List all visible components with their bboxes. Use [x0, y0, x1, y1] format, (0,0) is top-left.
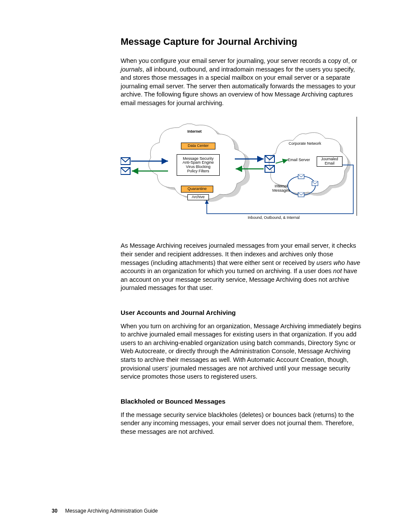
content-column: Message Capture for Journal Archiving Wh… — [121, 36, 362, 436]
page: Message Capture for Journal Archiving Wh… — [0, 0, 411, 532]
paragraph-archiving-check: As Message Archiving receives journaled … — [121, 242, 362, 292]
figure-journal-archiving: Internet Data Center Message Security An… — [121, 117, 362, 224]
text: in an organization for which you turned … — [146, 268, 333, 274]
box-message-security: Message Security Anti-Spam Engine Virus … — [177, 154, 220, 176]
label-internet: Internet — [187, 130, 202, 134]
box-archive: Archive — [187, 194, 209, 200]
label-corporate-network: Corporate Network — [289, 142, 321, 146]
page-number: 30 — [52, 508, 57, 514]
text: When you configure your email server for… — [121, 57, 357, 64]
heading-blackholed: Blackholed or Bounced Messages — [121, 398, 362, 405]
box-journaled-email: Journaled Email — [317, 156, 342, 167]
label-email-server: Email Server — [288, 158, 310, 162]
footer-title: Message Archiving Administration Guide — [65, 508, 158, 514]
text: , all inbound, outbound, and intradomain… — [121, 66, 355, 106]
text-italic: not — [333, 268, 342, 274]
paragraph-intro: When you configure your email server for… — [121, 57, 362, 107]
paragraph-blackholed: If the message security service blackhol… — [121, 411, 362, 436]
paragraph-user-accounts: When you turn on archiving for an organi… — [121, 322, 362, 381]
heading-main: Message Capture for Journal Archiving — [121, 36, 362, 47]
text-italic: journals — [121, 66, 143, 73]
box-quarantine: Quarantine — [181, 186, 213, 193]
label-internal-messages: Internal Messages — [272, 184, 290, 193]
box-data-center: Data Center — [181, 143, 215, 149]
label-caption: Inbound, Outbound, & Internal — [248, 216, 300, 220]
diagram-svg — [121, 117, 362, 224]
heading-user-accounts: User Accounts and Journal Archiving — [121, 309, 362, 316]
footer: 30Message Archiving Administration Guide — [52, 508, 158, 514]
